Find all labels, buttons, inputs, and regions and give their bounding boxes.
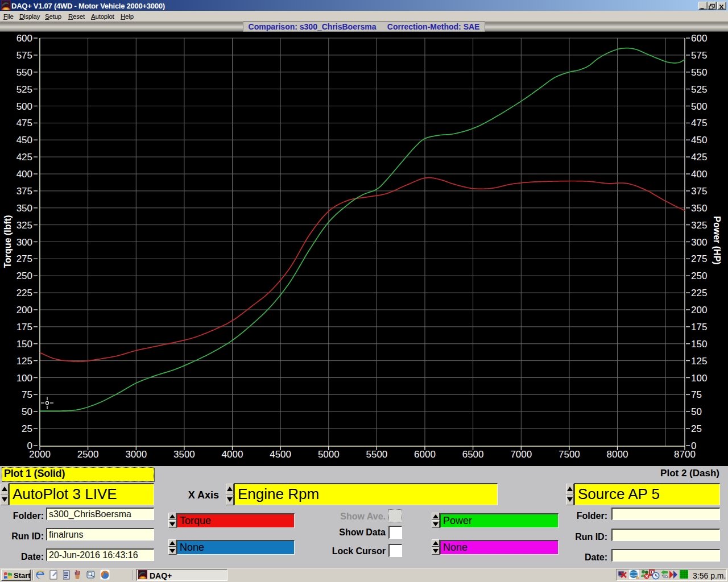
svg-text:6500: 6500 — [462, 449, 484, 460]
svg-text:Power (HP): Power (HP) — [712, 216, 722, 264]
svg-text:350: 350 — [691, 203, 707, 214]
svg-text:225: 225 — [691, 288, 707, 298]
svg-text:575: 575 — [691, 50, 707, 61]
svg-text:4500: 4500 — [270, 449, 291, 460]
svg-text:600: 600 — [16, 33, 32, 44]
svg-text:350: 350 — [16, 203, 32, 214]
svg-text:125: 125 — [16, 356, 32, 367]
svg-text:175: 175 — [16, 322, 32, 332]
svg-text:275: 275 — [691, 253, 707, 264]
svg-text:400: 400 — [16, 169, 32, 180]
svg-text:50: 50 — [691, 406, 702, 417]
svg-text:450: 450 — [691, 135, 707, 146]
svg-text:8000: 8000 — [607, 449, 628, 460]
svg-text:200: 200 — [16, 305, 32, 315]
svg-text:275: 275 — [16, 253, 32, 264]
svg-text:75: 75 — [22, 389, 32, 400]
svg-text:8700: 8700 — [674, 449, 696, 460]
svg-text:5500: 5500 — [366, 449, 387, 460]
svg-text:525: 525 — [691, 84, 707, 95]
svg-text:600: 600 — [691, 33, 707, 44]
svg-text:400: 400 — [691, 169, 707, 180]
svg-text:75: 75 — [691, 389, 702, 400]
svg-text:225: 225 — [16, 288, 32, 298]
svg-text:525: 525 — [16, 84, 32, 95]
svg-text:150: 150 — [16, 339, 32, 350]
svg-text:150: 150 — [691, 339, 707, 350]
svg-text:100: 100 — [691, 373, 707, 384]
svg-text:200: 200 — [691, 305, 707, 315]
svg-text:475: 475 — [691, 118, 707, 128]
svg-text:125: 125 — [691, 356, 707, 367]
svg-text:100: 100 — [16, 373, 32, 384]
svg-text:450: 450 — [16, 135, 32, 146]
svg-text:2000: 2000 — [29, 449, 51, 460]
svg-text:25: 25 — [691, 423, 702, 434]
svg-text:25: 25 — [22, 423, 32, 434]
svg-text:Torque (lbft): Torque (lbft) — [3, 215, 13, 268]
svg-text:50: 50 — [22, 406, 32, 417]
svg-text:7000: 7000 — [510, 449, 532, 460]
svg-text:325: 325 — [16, 220, 32, 231]
svg-text:250: 250 — [16, 271, 32, 281]
svg-text:4000: 4000 — [222, 449, 243, 460]
svg-text:5000: 5000 — [318, 449, 340, 460]
svg-text:250: 250 — [691, 271, 707, 281]
svg-text:375: 375 — [691, 186, 707, 197]
svg-text:500: 500 — [691, 101, 707, 112]
svg-text:300: 300 — [16, 237, 32, 248]
svg-text:175: 175 — [691, 322, 707, 332]
svg-text:475: 475 — [16, 118, 32, 128]
svg-text:7500: 7500 — [559, 449, 580, 460]
svg-text:3500: 3500 — [173, 449, 195, 460]
svg-text:325: 325 — [691, 220, 707, 231]
svg-text:2500: 2500 — [77, 449, 99, 460]
svg-text:6000: 6000 — [414, 449, 436, 460]
svg-text:3000: 3000 — [125, 449, 147, 460]
svg-text:375: 375 — [16, 186, 32, 197]
svg-text:425: 425 — [16, 152, 32, 163]
svg-text:300: 300 — [691, 237, 707, 248]
svg-text:575: 575 — [16, 50, 32, 61]
svg-text:550: 550 — [691, 67, 707, 78]
svg-text:550: 550 — [16, 67, 32, 78]
svg-text:425: 425 — [691, 152, 707, 163]
svg-text:500: 500 — [16, 101, 32, 112]
